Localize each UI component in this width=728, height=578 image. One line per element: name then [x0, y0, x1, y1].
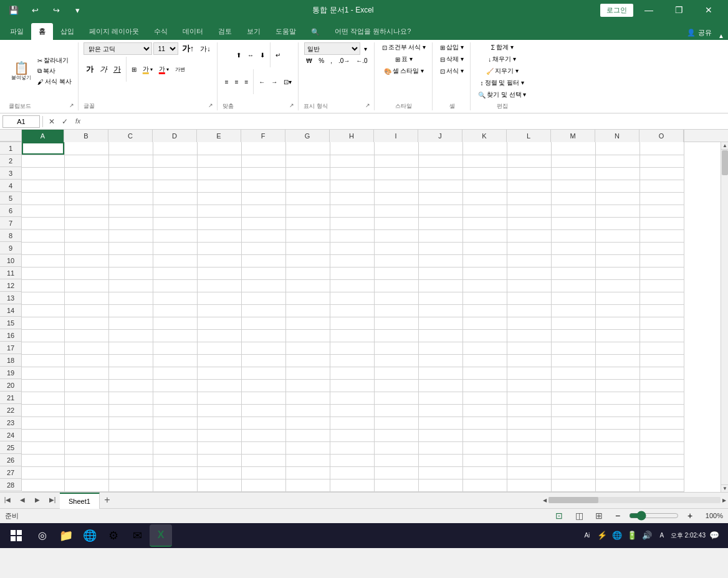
insert-function-button[interactable]: fx: [72, 115, 84, 128]
cell-O9[interactable]: [639, 242, 684, 254]
corner-cell[interactable]: [0, 130, 22, 142]
cell-A12[interactable]: [22, 279, 64, 292]
cancel-formula-button[interactable]: ✕: [46, 115, 58, 128]
mail-button[interactable]: ✉: [126, 524, 148, 547]
cell-H4[interactable]: [330, 180, 374, 192]
col-header-i[interactable]: I: [374, 130, 418, 142]
cell-G8[interactable]: [285, 229, 330, 242]
col-header-d[interactable]: D: [153, 130, 197, 142]
cell-C25[interactable]: [108, 441, 153, 454]
cell-F17[interactable]: [241, 342, 285, 354]
cell-M15[interactable]: [551, 317, 595, 329]
cell-O18[interactable]: [639, 354, 684, 367]
cell-K26[interactable]: [462, 454, 507, 466]
cell-I25[interactable]: [374, 441, 418, 454]
cell-I18[interactable]: [374, 354, 418, 367]
row-header-18[interactable]: 18: [0, 354, 22, 367]
cell-L24[interactable]: [507, 429, 551, 441]
row-header-20[interactable]: 20: [0, 379, 22, 392]
cell-K23[interactable]: [462, 417, 507, 429]
cell-E8[interactable]: [197, 229, 241, 242]
cell-I2[interactable]: [374, 155, 418, 167]
cell-I9[interactable]: [374, 242, 418, 254]
sheet-tab-sheet1[interactable]: Sheet1: [60, 493, 100, 509]
align-middle-button[interactable]: ↔: [245, 51, 256, 59]
cell-J6[interactable]: [418, 205, 462, 217]
cell-G27[interactable]: [285, 466, 330, 479]
cell-E1[interactable]: [197, 142, 241, 155]
cell-A9[interactable]: [22, 242, 64, 254]
next-sheet-button[interactable]: ▶: [30, 493, 45, 508]
cell-A13[interactable]: [22, 292, 64, 304]
border-button[interactable]: ⊞: [129, 65, 139, 74]
cell-F19[interactable]: [241, 367, 285, 379]
cell-L28[interactable]: [507, 479, 551, 491]
cell-C11[interactable]: [108, 267, 153, 279]
cell-K28[interactable]: [462, 479, 507, 491]
cell-E25[interactable]: [197, 441, 241, 454]
speaker-icon[interactable]: 🔊: [641, 529, 653, 542]
font-size-select[interactable]: 11: [153, 42, 178, 55]
col-header-e[interactable]: E: [197, 130, 241, 142]
cell-I14[interactable]: [374, 304, 418, 317]
fill-color-button[interactable]: 가 ▾: [140, 64, 155, 74]
excel-button[interactable]: X: [150, 524, 172, 547]
cell-D3[interactable]: [153, 167, 197, 180]
cell-I20[interactable]: [374, 379, 418, 392]
cell-D20[interactable]: [153, 379, 197, 392]
cell-O2[interactable]: [639, 155, 684, 167]
cell-K17[interactable]: [462, 342, 507, 354]
cell-J7[interactable]: [418, 217, 462, 229]
cell-H28[interactable]: [330, 479, 374, 491]
cell-K21[interactable]: [462, 392, 507, 404]
edge-button[interactable]: 🌐: [79, 524, 101, 547]
row-header-22[interactable]: 22: [0, 404, 22, 417]
cell-D8[interactable]: [153, 229, 197, 242]
cell-E18[interactable]: [197, 354, 241, 367]
cell-G6[interactable]: [285, 205, 330, 217]
cell-M2[interactable]: [551, 155, 595, 167]
cell-H3[interactable]: [330, 167, 374, 180]
cell-F3[interactable]: [241, 167, 285, 180]
cell-G21[interactable]: [285, 392, 330, 404]
cell-L2[interactable]: [507, 155, 551, 167]
cell-I5[interactable]: [374, 192, 418, 205]
cell-L26[interactable]: [507, 454, 551, 466]
cell-C17[interactable]: [108, 342, 153, 354]
cell-L13[interactable]: [507, 292, 551, 304]
formula-input[interactable]: [85, 115, 726, 128]
cell-B26[interactable]: [64, 454, 108, 466]
row-header-25[interactable]: 25: [0, 441, 22, 454]
h-scroll-thumb[interactable]: [548, 497, 598, 503]
cell-M18[interactable]: [551, 354, 595, 367]
cell-H17[interactable]: [330, 342, 374, 354]
cell-G9[interactable]: [285, 242, 330, 254]
network-icon[interactable]: 🌐: [611, 529, 623, 542]
clear-button[interactable]: 🧹 지우기 ▾: [484, 66, 521, 76]
row-header-12[interactable]: 12: [0, 279, 22, 292]
cell-D15[interactable]: [153, 317, 197, 329]
cell-A19[interactable]: [22, 367, 64, 379]
cell-N13[interactable]: [595, 292, 639, 304]
cell-L5[interactable]: [507, 192, 551, 205]
cell-K11[interactable]: [462, 267, 507, 279]
cell-F10[interactable]: [241, 254, 285, 267]
bluetooth-icon[interactable]: ⚡: [596, 529, 608, 542]
cell-K14[interactable]: [462, 304, 507, 317]
cell-L3[interactable]: [507, 167, 551, 180]
cell-D25[interactable]: [153, 441, 197, 454]
cell-J3[interactable]: [418, 167, 462, 180]
cell-J8[interactable]: [418, 229, 462, 242]
col-header-g[interactable]: G: [285, 130, 330, 142]
cell-G17[interactable]: [285, 342, 330, 354]
cell-O13[interactable]: [639, 292, 684, 304]
cell-O20[interactable]: [639, 379, 684, 392]
cell-B20[interactable]: [64, 379, 108, 392]
cell-G2[interactable]: [285, 155, 330, 167]
row-header-27[interactable]: 27: [0, 466, 22, 479]
cell-B2[interactable]: [64, 155, 108, 167]
cell-F28[interactable]: [241, 479, 285, 491]
cell-E27[interactable]: [197, 466, 241, 479]
cell-B10[interactable]: [64, 254, 108, 267]
search-icon[interactable]: 🔍: [304, 24, 327, 40]
